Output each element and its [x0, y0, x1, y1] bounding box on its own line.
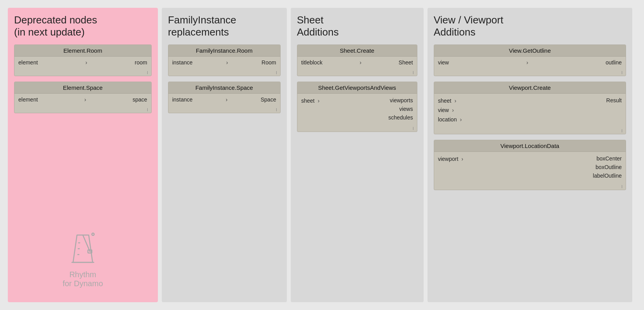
svg-point-2 — [92, 233, 94, 235]
viewport-create-sheet-input: sheet — [438, 98, 451, 104]
view-viewport-title: View / ViewportAdditions — [434, 14, 626, 38]
element-space-footer: I — [14, 108, 151, 113]
element-space-node: Element.Space element › space I — [14, 82, 152, 113]
viewport-locationdata-multi: viewport › boxCenter boxOutline labelOut… — [434, 153, 626, 182]
viewport-locationdata-inputs: viewport › — [438, 154, 463, 164]
family-instance-space-node: FamilyInstance.Space instance › Space I — [168, 82, 281, 113]
element-room-header: Element.Room — [14, 45, 151, 57]
viewport-create-inputs: sheet › view › location › — [438, 96, 462, 124]
viewport-locationdata-boxcenter: boxCenter — [596, 154, 622, 163]
element-room-footer: I — [14, 71, 151, 76]
viewport-create-outputs: Result — [462, 96, 622, 105]
sheet-getviewports-outputs: viewports views schedules — [320, 96, 413, 122]
view-getoutline-row: view › outline — [434, 57, 626, 68]
sheet-create-row: titleblock › Sheet — [297, 57, 417, 68]
family-instance-space-output: Space — [261, 96, 276, 103]
metronome-icon — [67, 227, 98, 266]
viewport-create-view-arrow: › — [452, 107, 454, 113]
sheet-getviewports-header: Sheet.GetViewportsAndViews — [297, 82, 417, 94]
sheet-create-header: Sheet.Create — [297, 45, 417, 57]
family-instance-room-footer: I — [168, 71, 280, 76]
element-space-header: Element.Space — [14, 82, 151, 94]
logo-text: Rhythmfor Dynamo — [63, 270, 103, 288]
family-instance-room-input: instance — [172, 59, 193, 66]
viewport-create-sheet-arrow: › — [454, 98, 456, 104]
sheet-create-node: Sheet.Create titleblock › Sheet I — [297, 45, 417, 76]
viewport-locationdata-header: Viewport.LocationData — [434, 140, 626, 152]
viewport-create-view-input: view — [438, 107, 449, 113]
viewport-locationdata-node: Viewport.LocationData viewport › boxCent… — [434, 140, 626, 190]
sheet-getviewports-input: sheet — [301, 98, 315, 104]
sheet-getviewports-input-row: sheet › — [301, 96, 320, 105]
element-room-output: room — [135, 59, 147, 66]
viewport-create-sheet-row: sheet › — [438, 96, 462, 105]
sheet-getviewports-body: sheet › viewports views schedules — [297, 94, 417, 126]
view-getoutline-arrow: › — [526, 59, 528, 66]
viewport-create-view-row: view › — [438, 105, 462, 115]
viewport-create-location-arrow: › — [460, 116, 462, 123]
viewport-create-multi: sheet › view › location › Result — [434, 94, 626, 126]
sheet-create-arrow: › — [360, 59, 361, 66]
family-instance-section: FamilyInstancereplacements FamilyInstanc… — [162, 8, 287, 302]
sheet-create-body: titleblock › Sheet — [297, 57, 417, 71]
view-getoutline-node: View.GetOutline view › outline I — [434, 45, 626, 76]
sheet-create-input: titleblock — [301, 59, 322, 66]
family-instance-room-body: instance › Room — [168, 57, 280, 71]
element-space-output: space — [132, 96, 147, 103]
element-space-arrow: › — [84, 96, 86, 103]
view-getoutline-body: view › outline — [434, 57, 626, 71]
view-getoutline-header: View.GetOutline — [434, 45, 626, 57]
view-viewport-section: View / ViewportAdditions View.GetOutline… — [428, 8, 632, 302]
viewport-locationdata-viewport-row: viewport › — [438, 154, 463, 164]
deprecated-section: Deprecated nodes(in next update) Element… — [8, 8, 158, 302]
viewport-create-location-row: location › — [438, 115, 462, 124]
sheet-getviewports-node: Sheet.GetViewportsAndViews sheet › viewp… — [297, 82, 417, 132]
sheet-create-footer: I — [297, 71, 417, 76]
sheet-getviewports-views: views — [399, 105, 413, 113]
sheet-getviewports-inputs: sheet › — [301, 96, 320, 105]
family-instance-space-footer: I — [168, 108, 280, 113]
family-instance-room-header: FamilyInstance.Room — [168, 45, 280, 57]
element-room-node: Element.Room element › room I — [14, 45, 152, 76]
viewport-locationdata-footer: I — [434, 185, 626, 190]
viewport-create-result: Result — [606, 96, 622, 105]
view-getoutline-input: view — [438, 59, 449, 66]
family-instance-room-arrow: › — [226, 59, 228, 66]
element-space-row: element › space — [14, 94, 151, 105]
deprecated-title: Deprecated nodes(in next update) — [14, 14, 152, 38]
family-instance-space-arrow: › — [226, 96, 228, 103]
sheet-section: SheetAdditions Sheet.Create titleblock ›… — [291, 8, 424, 302]
sheet-getviewports-multi: sheet › viewports views schedules — [297, 94, 417, 123]
viewport-locationdata-labeloutline: labelOutline — [593, 171, 622, 180]
element-room-input: element — [18, 59, 38, 66]
view-getoutline-footer: I — [434, 71, 626, 76]
sheet-getviewports-viewports: viewports — [390, 96, 413, 105]
viewport-create-header: Viewport.Create — [434, 82, 626, 94]
sheet-title: SheetAdditions — [297, 14, 417, 38]
sheet-create-output: Sheet — [399, 59, 413, 66]
viewport-create-location-input: location — [438, 116, 457, 123]
family-instance-title: FamilyInstancereplacements — [168, 14, 281, 38]
viewport-locationdata-outputs: boxCenter boxOutline labelOutline — [463, 154, 622, 180]
sheet-getviewports-footer: I — [297, 126, 417, 132]
viewport-create-footer: I — [434, 129, 626, 134]
family-instance-space-body: instance › Space — [168, 94, 280, 108]
logo-section: Rhythmfor Dynamo — [14, 227, 152, 296]
viewport-create-body: sheet › view › location › Result — [434, 94, 626, 129]
element-space-input: element — [18, 96, 38, 103]
family-instance-space-input: instance — [172, 96, 193, 103]
element-space-body: element › space — [14, 94, 151, 108]
viewport-create-node: Viewport.Create sheet › view › location … — [434, 82, 626, 134]
element-room-body: element › room — [14, 57, 151, 71]
element-room-arrow: › — [85, 59, 87, 66]
family-instance-room-node: FamilyInstance.Room instance › Room I — [168, 45, 281, 76]
element-room-row: element › room — [14, 57, 151, 68]
view-getoutline-output: outline — [606, 59, 622, 66]
sheet-getviewports-schedules: schedules — [388, 113, 413, 122]
family-instance-room-row: instance › Room — [168, 57, 280, 68]
family-instance-space-header: FamilyInstance.Space — [168, 82, 280, 94]
family-instance-space-row: instance › Space — [168, 94, 280, 105]
viewport-locationdata-boxoutline: boxOutline — [596, 163, 622, 171]
viewport-locationdata-body: viewport › boxCenter boxOutline labelOut… — [434, 152, 626, 185]
family-instance-room-output: Room — [261, 59, 276, 66]
